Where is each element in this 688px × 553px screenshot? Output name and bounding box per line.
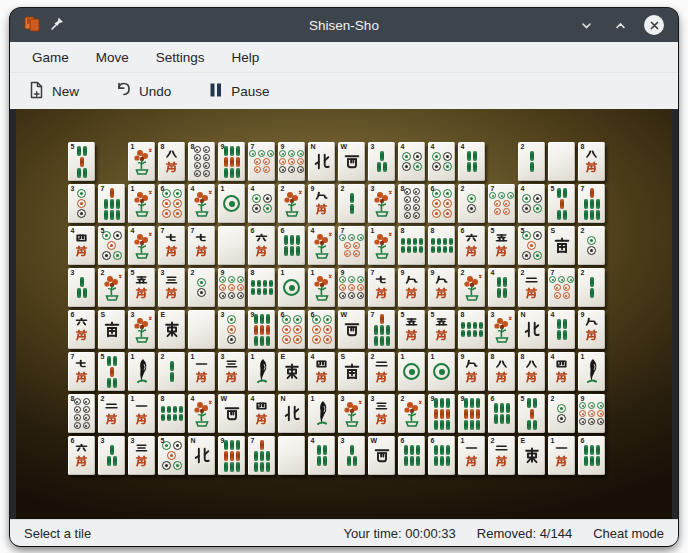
tile[interactable]: 1 — [128, 184, 155, 223]
tile[interactable]: 2 — [518, 268, 545, 307]
tile[interactable]: 1 — [128, 394, 155, 433]
menu-item-settings[interactable]: Settings — [156, 50, 205, 65]
tile[interactable]: 7 — [338, 226, 365, 265]
tile[interactable]: 8 — [248, 268, 275, 307]
tile[interactable]: 6 — [428, 184, 455, 223]
tile[interactable]: 1 — [458, 436, 485, 475]
tile[interactable]: 6 — [398, 436, 425, 475]
tile[interactable]: 3 — [98, 436, 125, 475]
tile[interactable]: E — [278, 352, 305, 391]
tile[interactable]: W — [368, 436, 395, 475]
tile[interactable]: 5 — [548, 184, 575, 223]
menu-item-move[interactable]: Move — [96, 50, 129, 65]
tile[interactable]: 1 — [128, 352, 155, 391]
tile[interactable]: 5 — [98, 352, 125, 391]
tile[interactable]: 4 — [188, 184, 215, 223]
tile[interactable]: 4 — [248, 394, 275, 433]
tile[interactable]: 7 — [368, 268, 395, 307]
tile[interactable]: 1 — [188, 352, 215, 391]
tile[interactable]: 8 — [428, 226, 455, 265]
toolbar-undo-button[interactable]: Undo — [115, 81, 171, 102]
tile[interactable]: 1 — [128, 142, 155, 181]
tile[interactable]: N — [308, 142, 335, 181]
tile[interactable]: 1 — [428, 352, 455, 391]
tile[interactable]: N — [188, 436, 215, 475]
tile[interactable]: 5 — [128, 268, 155, 307]
tile[interactable]: 2 — [458, 268, 485, 307]
tile[interactable]: 9 — [458, 394, 485, 433]
tile[interactable]: 6 — [158, 184, 185, 223]
tile[interactable]: 2 — [548, 394, 575, 433]
tile[interactable]: 3 — [368, 184, 395, 223]
tile[interactable]: 5 — [158, 436, 185, 475]
tile[interactable]: 4 — [548, 352, 575, 391]
pushpin-icon[interactable] — [50, 16, 65, 35]
tile[interactable]: 3 — [218, 352, 245, 391]
game-board-area[interactable]: 5188979NW3444283716414292386274574547766… — [16, 109, 672, 519]
tile[interactable]: S — [338, 352, 365, 391]
toolbar-new-button[interactable]: New — [28, 81, 79, 102]
tile[interactable]: 9 — [308, 184, 335, 223]
tile[interactable]: 4 — [188, 394, 215, 433]
tile[interactable]: 9 — [278, 142, 305, 181]
tile[interactable]: 7 — [158, 226, 185, 265]
maximize-button[interactable] — [610, 15, 630, 35]
tile[interactable]: 7 — [188, 226, 215, 265]
tile[interactable] — [218, 226, 245, 265]
tile[interactable]: 2 — [458, 184, 485, 223]
tile[interactable]: 1 — [278, 268, 305, 307]
tile[interactable]: 1 — [248, 352, 275, 391]
tile[interactable]: S — [98, 310, 125, 349]
minimize-button[interactable] — [576, 15, 596, 35]
tile[interactable]: E — [518, 436, 545, 475]
titlebar[interactable]: Shisen-Sho — [10, 8, 678, 42]
tile[interactable]: 7 — [368, 310, 395, 349]
tile[interactable]: 9 — [218, 268, 245, 307]
tile[interactable]: 2 — [578, 226, 605, 265]
tile[interactable]: 3 — [338, 394, 365, 433]
tile[interactable]: 5 — [68, 142, 95, 181]
tile[interactable]: 4 — [488, 268, 515, 307]
tile[interactable]: 3 — [338, 436, 365, 475]
tile[interactable]: W — [218, 394, 245, 433]
tile[interactable]: 9 — [338, 268, 365, 307]
tile[interactable]: 2 — [98, 394, 125, 433]
tile[interactable]: 4 — [308, 226, 335, 265]
tile[interactable]: W — [338, 142, 365, 181]
tile[interactable]: 2 — [398, 394, 425, 433]
tile[interactable]: 8 — [158, 394, 185, 433]
tile[interactable]: 9 — [458, 352, 485, 391]
tile[interactable]: 1 — [308, 268, 335, 307]
tile[interactable]: 4 — [128, 226, 155, 265]
menu-item-help[interactable]: Help — [232, 50, 260, 65]
toolbar-pause-button[interactable]: Pause — [207, 81, 269, 102]
tile[interactable]: 6 — [278, 226, 305, 265]
tile[interactable]: 1 — [578, 352, 605, 391]
tile[interactable]: 3 — [68, 268, 95, 307]
tile[interactable]: 7 — [98, 184, 125, 223]
tile[interactable]: 2 — [188, 268, 215, 307]
tile[interactable]: 5 — [398, 310, 425, 349]
tile[interactable]: 8 — [458, 310, 485, 349]
tile[interactable]: S — [548, 226, 575, 265]
tile[interactable]: 3 — [68, 184, 95, 223]
tile[interactable]: 2 — [278, 184, 305, 223]
tile[interactable]: 8 — [68, 394, 95, 433]
tile[interactable]: 4 — [548, 310, 575, 349]
tile[interactable]: 4 — [68, 226, 95, 265]
tile[interactable]: 3 — [128, 310, 155, 349]
tile[interactable]: 6 — [278, 310, 305, 349]
tile[interactable]: 8 — [578, 142, 605, 181]
tile[interactable]: 8 — [398, 226, 425, 265]
tile[interactable]: 9 — [218, 142, 245, 181]
tile[interactable]: E — [158, 310, 185, 349]
menu-item-game[interactable]: Game — [32, 50, 69, 65]
tile[interactable]: 4 — [398, 142, 425, 181]
tile[interactable]: 3 — [218, 310, 245, 349]
tile[interactable]: 9 — [428, 268, 455, 307]
tile[interactable]: 9 — [578, 310, 605, 349]
tile[interactable]: 1 — [548, 436, 575, 475]
tile[interactable]: 1 — [368, 226, 395, 265]
tile[interactable]: 4 — [308, 436, 335, 475]
tile[interactable] — [548, 142, 575, 181]
